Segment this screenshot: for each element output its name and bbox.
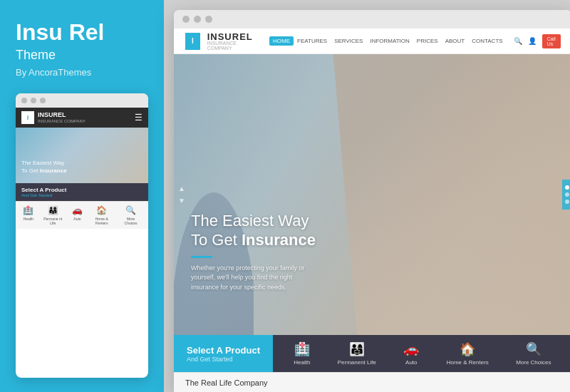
big-hero-people xyxy=(333,54,570,335)
mini-hero-bg xyxy=(16,128,148,183)
mini-icons-row: 🏥 Health 👨‍👩‍👧 Permane nt Life 🚗 Auto 🏠 … xyxy=(16,201,148,229)
slide-dot-3[interactable] xyxy=(565,200,569,204)
mini-hero: The Easiest Way To Get Insurance xyxy=(16,128,148,183)
mini-select-sub: And Get Started xyxy=(21,193,142,197)
nav-link-about[interactable]: ABOUT xyxy=(442,36,469,46)
big-health-label: Health xyxy=(294,359,310,366)
big-hero-text: The Easiest Way To Get Insurance Whether… xyxy=(191,211,316,293)
big-browser: I INSUREL INSURANCE COMPANY HOME FEATURE… xyxy=(174,10,570,392)
big-more-icon: 🔍 xyxy=(526,341,542,357)
big-hero-description: Whether you're protecting your family or… xyxy=(191,264,305,293)
nav-link-prices[interactable]: PRICES xyxy=(413,36,442,46)
mini-dot-1 xyxy=(21,98,27,103)
big-home-icon: 🏠 xyxy=(460,341,475,357)
big-logo-icon: I xyxy=(185,33,200,50)
nav-link-information[interactable]: INFORMATION xyxy=(366,36,413,46)
mini-icon-home[interactable]: 🏠 Home & Renters xyxy=(92,205,112,225)
big-icon-life[interactable]: 👨‍👩‍👧 Permanent Life xyxy=(338,341,376,366)
slide-dot-1[interactable] xyxy=(565,185,569,190)
slide-dot-2[interactable] xyxy=(565,192,569,197)
big-hero-line1: The Easiest Way xyxy=(191,211,316,231)
mini-logo-text: INSUREL xyxy=(38,112,86,119)
big-health-icon: 🏥 xyxy=(294,341,310,357)
big-select-title: Select A Product xyxy=(187,345,260,356)
user-icon[interactable]: 👤 xyxy=(528,37,537,45)
big-hero: The Easiest Way To Get Insurance Whether… xyxy=(174,54,570,335)
mini-icon-health-label: Health xyxy=(24,217,33,221)
nav-link-home[interactable]: HOME xyxy=(269,36,294,46)
left-panel: Insu Rel Theme By AncoraThemes I INSUREL… xyxy=(0,0,164,392)
big-nav: I INSUREL INSURANCE COMPANY HOME FEATURE… xyxy=(174,29,570,54)
big-icon-home[interactable]: 🏠 Home & Renters xyxy=(447,341,489,366)
mini-logo-text-block: INSUREL INSURANCE COMPANY xyxy=(38,112,86,123)
life-icon: 👨‍👩‍👧 xyxy=(48,205,58,215)
mini-icon-health[interactable]: 🏥 Health xyxy=(23,205,33,225)
big-icon-health[interactable]: 🏥 Health xyxy=(294,341,310,366)
mini-icon-auto-label: Auto xyxy=(73,217,81,221)
big-below-title: The Real Life Company xyxy=(185,378,268,387)
health-icon: 🏥 xyxy=(23,205,33,215)
mini-content: I INSUREL INSURANCE COMPANY ☰ The Easies… xyxy=(16,108,148,229)
auto-icon: 🚗 xyxy=(72,205,83,215)
big-side-arrows: ▲ ▼ xyxy=(178,185,185,205)
mini-icon-more-label: More Choices xyxy=(121,217,141,225)
big-life-icon: 👨‍👩‍👧 xyxy=(349,341,365,357)
mini-icon-life-label: Permane nt Life xyxy=(43,217,63,225)
mini-select-title: Select A Product xyxy=(21,187,142,193)
home-icon: 🏠 xyxy=(96,205,107,215)
big-select-product: Select A Product And Get Started xyxy=(174,335,273,372)
mini-icon-life[interactable]: 👨‍👩‍👧 Permane nt Life xyxy=(43,205,63,225)
arrow-up-icon[interactable]: ▲ xyxy=(178,185,185,192)
big-dot-3 xyxy=(205,16,212,23)
mini-logo-area: I INSUREL INSURANCE COMPANY xyxy=(21,111,86,124)
mini-hero-line1: The Easiest Way xyxy=(21,160,67,167)
big-auto-label: Auto xyxy=(405,359,417,366)
mini-browser-bar xyxy=(16,93,148,108)
theme-title: Insu Rel xyxy=(16,20,148,45)
mini-hamburger-icon[interactable]: ☰ xyxy=(135,113,142,123)
mini-logo-icon: I xyxy=(21,111,34,124)
more-icon: 🔍 xyxy=(125,205,136,215)
mini-icon-more[interactable]: 🔍 More Choices xyxy=(121,205,141,225)
right-panel: I INSUREL INSURANCE COMPANY HOME FEATURE… xyxy=(164,0,570,392)
search-icon[interactable]: 🔍 xyxy=(514,37,522,45)
big-logo-block: INSUREL INSURANCE COMPANY xyxy=(207,31,255,51)
big-browser-content: I INSUREL INSURANCE COMPANY HOME FEATURE… xyxy=(174,29,570,392)
mini-browser: I INSUREL INSURANCE COMPANY ☰ The Easies… xyxy=(16,93,148,378)
big-side-nav xyxy=(562,180,570,210)
mini-select-bar: Select A Product And Get Started xyxy=(16,183,148,201)
big-more-label: More Choices xyxy=(516,359,551,366)
mini-icon-home-label: Home & Renters xyxy=(92,217,112,225)
mini-dot-3 xyxy=(40,98,46,103)
big-hero-line2: To Get Insurance xyxy=(191,230,316,250)
theme-author: By AncoraThemes xyxy=(16,67,148,78)
arrow-down-icon[interactable]: ▼ xyxy=(178,197,185,205)
big-life-label: Permanent Life xyxy=(338,359,376,366)
big-dot-2 xyxy=(194,16,201,23)
big-icon-more[interactable]: 🔍 More Choices xyxy=(516,341,551,366)
mini-hero-line2: To Get Insurance xyxy=(21,167,67,175)
big-hero-divider xyxy=(191,256,212,258)
call-us-button[interactable]: Call Us xyxy=(542,34,561,48)
big-icon-auto[interactable]: 🚗 Auto xyxy=(403,341,419,366)
nav-link-features[interactable]: FEATURES xyxy=(294,36,331,46)
mini-dot-2 xyxy=(31,98,36,103)
big-icons-row: 🏥 Health 👨‍👩‍👧 Permanent Life 🚗 Auto 🏠 H… xyxy=(273,335,570,372)
big-select-sub: And Get Started xyxy=(187,356,260,363)
big-logo-subtext: INSURANCE COMPANY xyxy=(207,41,255,51)
big-home-label: Home & Renters xyxy=(447,359,489,366)
big-below-strip: The Real Life Company xyxy=(174,372,570,392)
big-bottom-bar: Select A Product And Get Started 🏥 Healt… xyxy=(174,335,570,372)
big-auto-icon: 🚗 xyxy=(403,341,419,357)
mini-icon-auto[interactable]: 🚗 Auto xyxy=(72,205,83,225)
nav-link-contacts[interactable]: CONTACTS xyxy=(468,36,506,46)
big-nav-links: HOME FEATURES SERVICES INFORMATION PRICE… xyxy=(269,36,507,46)
theme-subtitle: Theme xyxy=(16,48,148,63)
big-browser-bar xyxy=(174,10,570,29)
mini-hero-text: The Easiest Way To Get Insurance xyxy=(21,160,67,175)
nav-link-services[interactable]: SERVICES xyxy=(331,36,366,46)
big-nav-right: 🔍 👤 Call Us xyxy=(514,34,561,48)
mini-logo-sub: INSURANCE COMPANY xyxy=(38,119,86,123)
mini-nav: I INSUREL INSURANCE COMPANY ☰ xyxy=(16,108,148,128)
big-dot-1 xyxy=(182,16,190,23)
